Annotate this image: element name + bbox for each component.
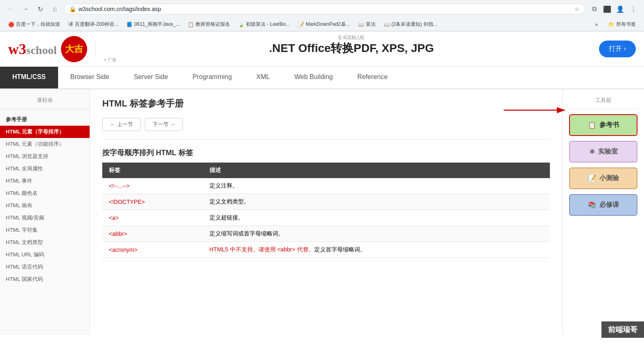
nav-item-browser-side[interactable]: Browser Side [58, 67, 122, 88]
table-header: 标签 描述 [102, 163, 550, 178]
quiz-label: 小测验 [599, 174, 619, 183]
next-button[interactable]: 下一节 → [145, 118, 183, 131]
browser-chrome: ← → ↻ ⌂ 🔒 ☆ ⧉ ⬛ 👤 ⋮ 🔴 百度一下，你就知道 译 百度翻译-2… [0, 0, 644, 32]
nav-item-reference[interactable]: Reference [345, 67, 400, 88]
bookmark-teacher[interactable]: 📋 教师资格证报名 [185, 20, 233, 29]
warning-text: HTML5 中不支持。请使用 <abbr> 代替。 [209, 246, 314, 253]
bookmark-markdown[interactable]: 📝 MarkDownPad2基... [295, 20, 353, 29]
sidebar-link-3[interactable]: HTML 全局属性 [0, 163, 90, 175]
url-input[interactable] [79, 6, 572, 12]
ad-open-button[interactable]: 打开 › [599, 41, 636, 57]
desc-acronym: HTML5 中不支持。请使用 <abbr> 代替。定义首字母缩略词。 [203, 242, 550, 258]
bookmark-label: 初级算法 - LeetBo... [246, 21, 290, 28]
menu-button[interactable]: ⋮ [628, 3, 639, 15]
nav-item-server-side[interactable]: Server Side [122, 67, 180, 88]
extensions-button[interactable]: ⧉ [588, 3, 600, 15]
sidebar-link-5[interactable]: HTML 颜色名 [0, 187, 90, 199]
reference-button[interactable]: 📋 参考书 [569, 114, 637, 136]
logo-decoration: 大吉 [61, 36, 87, 62]
course-label: 必修课 [599, 201, 619, 209]
sidebar-link-10[interactable]: HTML URL 编码 [0, 249, 90, 261]
logo-area: w3school 大吉 [8, 36, 87, 62]
sidebar-link-12[interactable]: HTML 国家代码 [0, 273, 90, 285]
address-bar[interactable]: 🔒 ☆ [64, 4, 585, 14]
sidebar-link-9[interactable]: HTML 文档类型 [0, 236, 90, 249]
bookmark-label: 所有书签 [616, 21, 636, 28]
desc-doctype: 定义文档类型。 [203, 194, 550, 210]
sidebar-link-6[interactable]: HTML 画布 [0, 199, 90, 212]
tag-link-a[interactable]: <a> [109, 215, 119, 221]
lab-button[interactable]: ⚛ 实验室 [569, 141, 637, 163]
bookmark-leetcode[interactable]: 🍃 初级算法 - LeetBo... [235, 20, 293, 29]
bookmark-icon-baidu: 🔴 [8, 22, 14, 27]
sidebar-section-heading: 参考手册 [0, 113, 90, 126]
watermark-text: 前端瑞哥 [608, 326, 637, 334]
profile-button[interactable]: 👤 [615, 3, 626, 15]
forward-button[interactable]: → [20, 3, 31, 15]
back-button[interactable]: ← [5, 3, 16, 15]
bookmark-java[interactable]: 📘 0611_韩顺平Java_... [123, 20, 183, 29]
home-button[interactable]: ⌂ [49, 3, 61, 15]
reload-button[interactable]: ↻ [34, 3, 46, 15]
bookmark-label: MarkDownPad2基... [306, 21, 349, 28]
star-icon: ☆ [574, 6, 580, 12]
sidebar-title: 课程表 [0, 93, 90, 109]
cast-button[interactable]: ⬛ [601, 3, 613, 15]
lab-icon: ⚛ [589, 148, 595, 156]
browser-toolbar: ← → ↻ ⌂ 🔒 ☆ ⧉ ⬛ 👤 ⋮ [0, 0, 644, 18]
bookmark-baidu[interactable]: 🔴 百度一下，你就知道 [5, 20, 63, 29]
bookmark-translate[interactable]: 译 百度翻译-200种语... [65, 20, 122, 29]
table-body: <!--...--> 定义注释。 <!DOCTYPE> 定义文档类型。 <a> … [102, 178, 550, 258]
bookmark-sword[interactable]: 📖 (2条未读通知) 剑指... [381, 20, 441, 29]
nav-item-xml[interactable]: XML [244, 67, 282, 88]
course-icon: 📚 [588, 201, 596, 209]
nav-item-programming[interactable]: Programming [180, 67, 244, 88]
nav-item-htmlcss[interactable]: HTML/CSS [0, 67, 58, 88]
desc-abbr: 定义缩写词或首字母缩略词。 [203, 226, 550, 242]
watermark: 前端瑞哥 [601, 321, 644, 335]
sidebar: 课程表 参考手册 HTML 元素（字母排序） HTML 元素（功能排序） HTM… [0, 89, 90, 335]
tag-link-abbr[interactable]: <abbr> [109, 231, 127, 237]
bookmark-icon-translate: 译 [68, 21, 73, 28]
toolbox: 工具箱 📋 参考书 ⚛ 实验室 [562, 89, 644, 335]
tag-link-acronym[interactable]: <acronym> [109, 246, 137, 253]
bookmark-label: 百度一下，你就知道 [16, 21, 60, 28]
sidebar-link-0[interactable]: HTML 元素（字母排序） [0, 126, 90, 138]
ad-banner: w3school 大吉 E-ICEBLUE .NET Office转换PDF, … [0, 32, 644, 67]
ad-brand: E-ICEBLUE [104, 35, 599, 41]
table-row: <acronym> HTML5 中不支持。请使用 <abbr> 代替。定义首字母… [102, 242, 550, 258]
sidebar-link-8[interactable]: HTML 字符集 [0, 224, 90, 236]
quiz-button[interactable]: 📝 小测验 [569, 167, 637, 189]
sidebar-link-4[interactable]: HTML 事件 [0, 175, 90, 187]
sidebar-link-2[interactable]: HTML 浏览器支持 [0, 150, 90, 163]
course-button[interactable]: 📚 必修课 [569, 194, 637, 216]
tag-link-comment[interactable]: <!--...--> [109, 183, 130, 189]
bookmark-label: 教师资格证报名 [196, 21, 230, 28]
col-header-desc: 描述 [203, 163, 550, 178]
bookmark-algo[interactable]: 📖 算法 [355, 20, 379, 29]
abbr-link[interactable]: <abbr> [277, 246, 295, 253]
bookmark-icon-algo: 📖 [358, 22, 364, 27]
lab-label: 实验室 [598, 147, 618, 156]
bookmark-icon-java: 📘 [126, 22, 133, 27]
page-wrapper: w3school 大吉 E-ICEBLUE .NET Office转换PDF, … [0, 32, 644, 335]
bookmark-icon-markdown: 📝 [298, 22, 304, 27]
content-area: HTML 标签参考手册 ← 上一节 下一节 → 按字母顺序排列 HTML 标签 … [90, 89, 562, 335]
sidebar-link-7[interactable]: HTML 视频/音频 [0, 212, 90, 224]
nav-item-web-building[interactable]: Web Building [282, 67, 345, 88]
sidebar-link-11[interactable]: HTML 语言代码 [0, 261, 90, 273]
desc-comment: 定义注释。 [203, 178, 550, 194]
nav-buttons: ← 上一节 下一节 → [102, 118, 550, 131]
sidebar-link-1[interactable]: HTML 元素（功能排序） [0, 138, 90, 150]
prev-button[interactable]: ← 上一节 [102, 118, 141, 131]
ad-label: × 广告 [104, 57, 599, 63]
divider [102, 139, 550, 140]
table-row: <!DOCTYPE> 定义文档类型。 [102, 194, 550, 210]
bookmark-label: (2条未读通知) 剑指... [392, 21, 437, 28]
reference-label: 参考书 [599, 121, 619, 129]
tag-link-doctype[interactable]: <!DOCTYPE> [109, 199, 145, 205]
bookmark-all[interactable]: 📁 所有书签 [605, 20, 639, 29]
reference-icon: 📋 [588, 121, 596, 129]
ad-title: .NET Office转换PDF, XPS, JPG [104, 41, 599, 56]
bookmark-more-button[interactable]: » [592, 20, 600, 29]
